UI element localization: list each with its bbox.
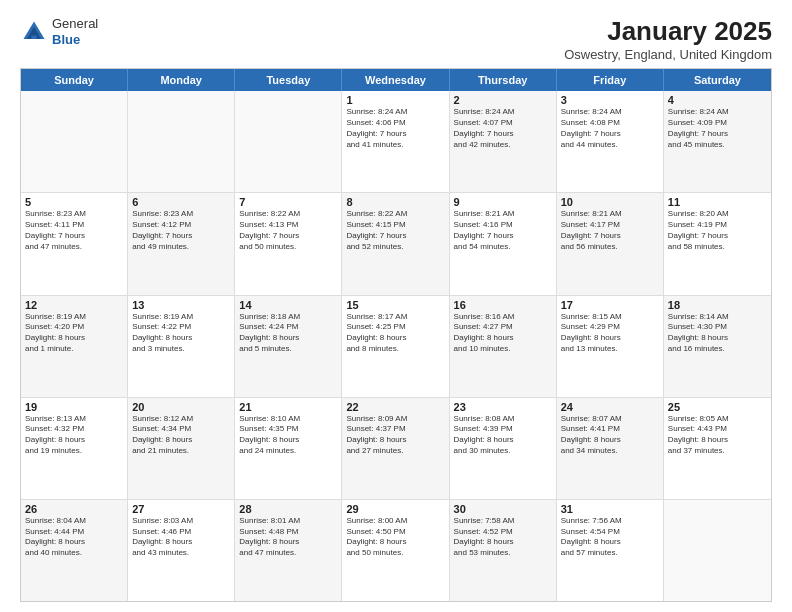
day-number: 1	[346, 94, 444, 106]
day-cell-20: 20Sunrise: 8:12 AM Sunset: 4:34 PM Dayli…	[128, 398, 235, 499]
header-day-thursday: Thursday	[450, 69, 557, 91]
day-number: 4	[668, 94, 767, 106]
day-cell-27: 27Sunrise: 8:03 AM Sunset: 4:46 PM Dayli…	[128, 500, 235, 601]
day-cell-14: 14Sunrise: 8:18 AM Sunset: 4:24 PM Dayli…	[235, 296, 342, 397]
day-cell-11: 11Sunrise: 8:20 AM Sunset: 4:19 PM Dayli…	[664, 193, 771, 294]
header-day-saturday: Saturday	[664, 69, 771, 91]
day-number: 27	[132, 503, 230, 515]
cell-info: Sunrise: 8:03 AM Sunset: 4:46 PM Dayligh…	[132, 516, 230, 559]
calendar-header: SundayMondayTuesdayWednesdayThursdayFrid…	[21, 69, 771, 91]
day-cell-2: 2Sunrise: 8:24 AM Sunset: 4:07 PM Daylig…	[450, 91, 557, 192]
cell-info: Sunrise: 8:23 AM Sunset: 4:11 PM Dayligh…	[25, 209, 123, 252]
subtitle: Oswestry, England, United Kingdom	[564, 47, 772, 62]
cell-info: Sunrise: 8:24 AM Sunset: 4:06 PM Dayligh…	[346, 107, 444, 150]
day-cell-19: 19Sunrise: 8:13 AM Sunset: 4:32 PM Dayli…	[21, 398, 128, 499]
cell-info: Sunrise: 8:07 AM Sunset: 4:41 PM Dayligh…	[561, 414, 659, 457]
cell-info: Sunrise: 8:20 AM Sunset: 4:19 PM Dayligh…	[668, 209, 767, 252]
day-number: 23	[454, 401, 552, 413]
cell-info: Sunrise: 8:15 AM Sunset: 4:29 PM Dayligh…	[561, 312, 659, 355]
cell-info: Sunrise: 8:09 AM Sunset: 4:37 PM Dayligh…	[346, 414, 444, 457]
day-cell-4: 4Sunrise: 8:24 AM Sunset: 4:09 PM Daylig…	[664, 91, 771, 192]
day-cell-31: 31Sunrise: 7:56 AM Sunset: 4:54 PM Dayli…	[557, 500, 664, 601]
day-cell-25: 25Sunrise: 8:05 AM Sunset: 4:43 PM Dayli…	[664, 398, 771, 499]
header-row: General Blue January 2025 Oswestry, Engl…	[20, 16, 772, 62]
logo-text: General Blue	[52, 16, 98, 47]
day-number: 3	[561, 94, 659, 106]
svg-rect-2	[31, 35, 36, 39]
empty-cell-0-0	[21, 91, 128, 192]
week-row-2: 12Sunrise: 8:19 AM Sunset: 4:20 PM Dayli…	[21, 296, 771, 398]
day-cell-9: 9Sunrise: 8:21 AM Sunset: 4:16 PM Daylig…	[450, 193, 557, 294]
cell-info: Sunrise: 8:21 AM Sunset: 4:17 PM Dayligh…	[561, 209, 659, 252]
header-day-wednesday: Wednesday	[342, 69, 449, 91]
day-number: 19	[25, 401, 123, 413]
page: General Blue January 2025 Oswestry, Engl…	[0, 0, 792, 612]
day-number: 20	[132, 401, 230, 413]
logo: General Blue	[20, 16, 98, 47]
day-cell-16: 16Sunrise: 8:16 AM Sunset: 4:27 PM Dayli…	[450, 296, 557, 397]
day-number: 26	[25, 503, 123, 515]
day-cell-22: 22Sunrise: 8:09 AM Sunset: 4:37 PM Dayli…	[342, 398, 449, 499]
title-area: January 2025 Oswestry, England, United K…	[564, 16, 772, 62]
logo-blue: Blue	[52, 32, 98, 48]
day-number: 15	[346, 299, 444, 311]
week-row-4: 26Sunrise: 8:04 AM Sunset: 4:44 PM Dayli…	[21, 500, 771, 601]
header-day-monday: Monday	[128, 69, 235, 91]
day-cell-28: 28Sunrise: 8:01 AM Sunset: 4:48 PM Dayli…	[235, 500, 342, 601]
day-cell-15: 15Sunrise: 8:17 AM Sunset: 4:25 PM Dayli…	[342, 296, 449, 397]
cell-info: Sunrise: 7:56 AM Sunset: 4:54 PM Dayligh…	[561, 516, 659, 559]
logo-icon	[20, 18, 48, 46]
cell-info: Sunrise: 8:16 AM Sunset: 4:27 PM Dayligh…	[454, 312, 552, 355]
day-number: 12	[25, 299, 123, 311]
day-number: 14	[239, 299, 337, 311]
day-number: 25	[668, 401, 767, 413]
cell-info: Sunrise: 8:24 AM Sunset: 4:09 PM Dayligh…	[668, 107, 767, 150]
header-day-friday: Friday	[557, 69, 664, 91]
day-cell-3: 3Sunrise: 8:24 AM Sunset: 4:08 PM Daylig…	[557, 91, 664, 192]
cell-info: Sunrise: 8:23 AM Sunset: 4:12 PM Dayligh…	[132, 209, 230, 252]
cell-info: Sunrise: 8:17 AM Sunset: 4:25 PM Dayligh…	[346, 312, 444, 355]
cell-info: Sunrise: 8:18 AM Sunset: 4:24 PM Dayligh…	[239, 312, 337, 355]
day-number: 16	[454, 299, 552, 311]
day-cell-18: 18Sunrise: 8:14 AM Sunset: 4:30 PM Dayli…	[664, 296, 771, 397]
day-cell-1: 1Sunrise: 8:24 AM Sunset: 4:06 PM Daylig…	[342, 91, 449, 192]
day-cell-7: 7Sunrise: 8:22 AM Sunset: 4:13 PM Daylig…	[235, 193, 342, 294]
header-day-sunday: Sunday	[21, 69, 128, 91]
day-number: 13	[132, 299, 230, 311]
logo-general: General	[52, 16, 98, 32]
cell-info: Sunrise: 8:22 AM Sunset: 4:15 PM Dayligh…	[346, 209, 444, 252]
day-number: 6	[132, 196, 230, 208]
day-number: 10	[561, 196, 659, 208]
cell-info: Sunrise: 8:14 AM Sunset: 4:30 PM Dayligh…	[668, 312, 767, 355]
day-number: 21	[239, 401, 337, 413]
main-title: January 2025	[564, 16, 772, 47]
day-cell-21: 21Sunrise: 8:10 AM Sunset: 4:35 PM Dayli…	[235, 398, 342, 499]
header-day-tuesday: Tuesday	[235, 69, 342, 91]
day-number: 8	[346, 196, 444, 208]
cell-info: Sunrise: 8:13 AM Sunset: 4:32 PM Dayligh…	[25, 414, 123, 457]
day-number: 7	[239, 196, 337, 208]
cell-info: Sunrise: 7:58 AM Sunset: 4:52 PM Dayligh…	[454, 516, 552, 559]
cell-info: Sunrise: 8:22 AM Sunset: 4:13 PM Dayligh…	[239, 209, 337, 252]
day-cell-5: 5Sunrise: 8:23 AM Sunset: 4:11 PM Daylig…	[21, 193, 128, 294]
week-row-1: 5Sunrise: 8:23 AM Sunset: 4:11 PM Daylig…	[21, 193, 771, 295]
day-number: 9	[454, 196, 552, 208]
cell-info: Sunrise: 8:01 AM Sunset: 4:48 PM Dayligh…	[239, 516, 337, 559]
day-cell-29: 29Sunrise: 8:00 AM Sunset: 4:50 PM Dayli…	[342, 500, 449, 601]
week-row-3: 19Sunrise: 8:13 AM Sunset: 4:32 PM Dayli…	[21, 398, 771, 500]
day-number: 31	[561, 503, 659, 515]
day-cell-12: 12Sunrise: 8:19 AM Sunset: 4:20 PM Dayli…	[21, 296, 128, 397]
cell-info: Sunrise: 8:05 AM Sunset: 4:43 PM Dayligh…	[668, 414, 767, 457]
day-cell-30: 30Sunrise: 7:58 AM Sunset: 4:52 PM Dayli…	[450, 500, 557, 601]
cell-info: Sunrise: 8:04 AM Sunset: 4:44 PM Dayligh…	[25, 516, 123, 559]
day-cell-6: 6Sunrise: 8:23 AM Sunset: 4:12 PM Daylig…	[128, 193, 235, 294]
day-cell-17: 17Sunrise: 8:15 AM Sunset: 4:29 PM Dayli…	[557, 296, 664, 397]
cell-info: Sunrise: 8:21 AM Sunset: 4:16 PM Dayligh…	[454, 209, 552, 252]
cell-info: Sunrise: 8:12 AM Sunset: 4:34 PM Dayligh…	[132, 414, 230, 457]
day-number: 30	[454, 503, 552, 515]
day-cell-10: 10Sunrise: 8:21 AM Sunset: 4:17 PM Dayli…	[557, 193, 664, 294]
day-cell-26: 26Sunrise: 8:04 AM Sunset: 4:44 PM Dayli…	[21, 500, 128, 601]
day-number: 5	[25, 196, 123, 208]
day-number: 28	[239, 503, 337, 515]
cell-info: Sunrise: 8:19 AM Sunset: 4:20 PM Dayligh…	[25, 312, 123, 355]
